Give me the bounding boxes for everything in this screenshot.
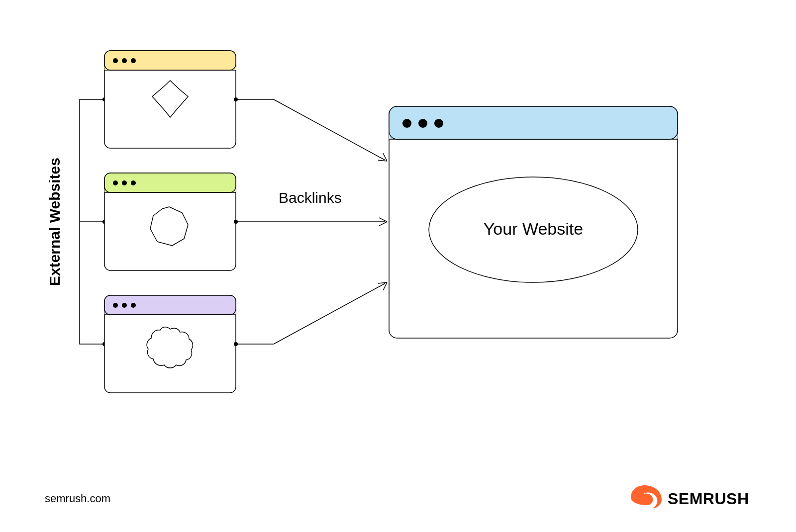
semrush-logo: SEMRUSH [631,485,749,508]
external-websites-label: External Websites [46,158,63,286]
window-dot-icon [131,180,136,185]
svg-line-18 [274,283,385,344]
semrush-flame-icon [631,485,662,508]
svg-point-16 [234,220,238,224]
semrush-brand-text: SEMRUSH [668,490,749,508]
external-site-3 [104,295,236,393]
window-dot-icon [131,58,136,63]
your-website-window: Your Website [389,106,678,338]
window-dot-icon [113,180,118,185]
your-website-label: Your Website [484,219,583,238]
window-dot-icon [122,303,127,308]
window-dot-icon [113,303,118,308]
window-dot-icon [402,119,411,128]
window-dot-icon [131,303,136,308]
external-site-1 [104,51,236,148]
external-site-2 [104,173,236,270]
window-dot-icon [113,58,118,63]
svg-line-13 [274,99,385,160]
backlinks-diagram: External Websites [0,0,796,532]
window-dot-icon [418,119,427,128]
window-dot-icon [122,180,127,185]
svg-point-19 [234,342,238,346]
window-dot-icon [434,119,443,128]
footer-domain-text: semrush.com [45,492,110,505]
backlinks-label: Backlinks [279,189,342,206]
backlink-arrows [234,97,387,346]
svg-point-14 [234,97,238,101]
window-dot-icon [122,58,127,63]
external-sites-bracket [80,97,106,346]
